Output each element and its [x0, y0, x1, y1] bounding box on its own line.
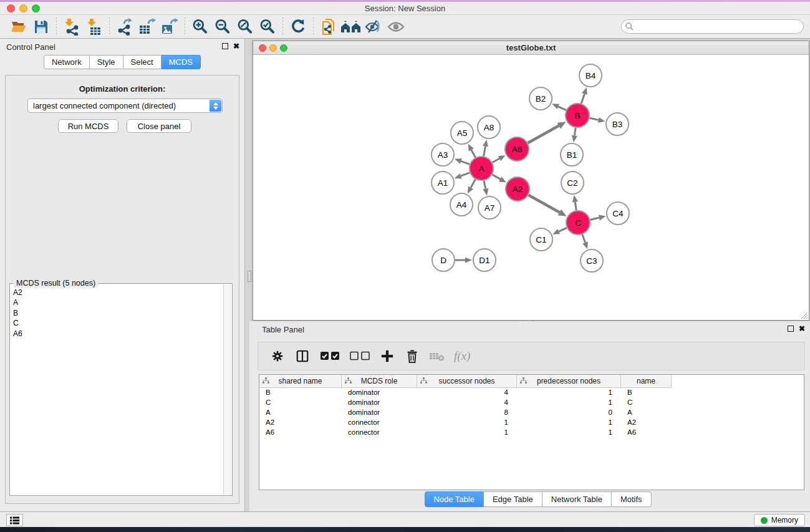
graph-node-A4[interactable]: A4	[450, 193, 473, 216]
table-cell[interactable]: A6	[621, 428, 672, 438]
table-cell[interactable]: 1	[517, 418, 621, 428]
close-panel-icon[interactable]: ✖	[233, 43, 239, 49]
column-header-name[interactable]: name	[621, 375, 672, 388]
graph-node-C1[interactable]: C1	[530, 228, 552, 251]
memory-button[interactable]: Memory	[754, 514, 805, 526]
new-network-from-selection-button[interactable]	[317, 17, 340, 37]
result-list-item[interactable]: A2	[13, 288, 223, 297]
graph-node-C4[interactable]: C4	[607, 202, 629, 225]
graph-node-C2[interactable]: C2	[561, 172, 584, 194]
deselect-all-button[interactable]	[349, 348, 370, 364]
float-panel-icon[interactable]	[788, 326, 794, 332]
table-cell[interactable]: 1	[517, 398, 621, 408]
result-list-item[interactable]: B	[13, 308, 223, 318]
table-cell[interactable]: A2	[259, 418, 342, 428]
column-header-successor-nodes[interactable]: successor nodes	[417, 375, 517, 388]
graph-node-B1[interactable]: B1	[561, 143, 583, 166]
graph-node-A5[interactable]: A5	[451, 122, 473, 144]
table-cell[interactable]: A	[621, 408, 672, 418]
table-cell[interactable]: 1	[517, 428, 621, 438]
zoom-out-button[interactable]	[211, 17, 234, 37]
zoom-fit-button[interactable]	[234, 17, 256, 37]
first-neighbors-button[interactable]	[340, 17, 362, 37]
graph-edge-A-A3[interactable]	[461, 161, 470, 164]
graph-edge-A-A1[interactable]	[461, 173, 470, 176]
float-panel-icon[interactable]	[222, 43, 228, 49]
import-network-button[interactable]	[60, 17, 83, 37]
graph-node-A2[interactable]: A2	[506, 177, 529, 201]
graph-node-B4[interactable]: B4	[579, 64, 602, 87]
result-list-scrollbar[interactable]	[223, 284, 231, 495]
graph-node-C3[interactable]: C3	[581, 249, 603, 272]
graph-node-D1[interactable]: D1	[473, 249, 496, 271]
graph-node-A7[interactable]: A7	[478, 196, 501, 219]
tab-network-table[interactable]: Network Table	[542, 491, 612, 507]
table-cell[interactable]: A	[259, 408, 342, 418]
network-canvas[interactable]: B4B2BB3A8A5A6B1A3AA1C2A2A4A7C4CC1C3DD1	[253, 55, 809, 320]
graph-edge-A-A5[interactable]	[471, 150, 476, 157]
table-cell[interactable]: dominator	[342, 408, 417, 418]
zoom-in-button[interactable]	[189, 17, 211, 37]
tab-edge-table[interactable]: Edge Table	[484, 491, 542, 507]
table-cell[interactable]: A2	[621, 418, 672, 428]
graph-edge-B-B1[interactable]	[574, 128, 576, 136]
graph-edge-A-A4[interactable]	[471, 180, 475, 188]
graph-node-B2[interactable]: B2	[529, 87, 552, 110]
panel-splitter-handle[interactable]	[248, 271, 251, 282]
tab-node-table[interactable]: Node Table	[424, 491, 484, 507]
open-session-button[interactable]	[7, 17, 30, 37]
column-header-MCDS-role[interactable]: MCDS role	[342, 375, 417, 388]
graph-edge-A2-C[interactable]	[528, 195, 559, 213]
result-list-item[interactable]: A	[13, 297, 223, 307]
export-table-button[interactable]	[136, 17, 158, 37]
graph-node-A1[interactable]: A1	[432, 172, 454, 194]
graph-node-A8[interactable]: A8	[478, 116, 500, 138]
run-mcds-button[interactable]: Run MCDS	[58, 119, 118, 133]
table-cell[interactable]: 8	[417, 408, 517, 418]
result-list-item[interactable]: A6	[13, 329, 223, 339]
table-cell[interactable]: B	[259, 388, 342, 398]
table-cell[interactable]: 1	[417, 418, 517, 428]
graph-edge-C-C3[interactable]	[582, 235, 586, 243]
show-column-button[interactable]	[294, 348, 311, 364]
select-all-button[interactable]	[319, 348, 340, 364]
show-panels-button[interactable]	[6, 514, 23, 526]
tab-select[interactable]: Select	[123, 55, 162, 69]
table-cell[interactable]: dominator	[342, 398, 417, 408]
column-header-shared-name[interactable]: shared name	[259, 375, 342, 388]
table-cell[interactable]: dominator	[342, 388, 417, 398]
table-cell[interactable]: connector	[342, 428, 417, 438]
graph-edge-C-C1[interactable]	[559, 228, 567, 231]
resize-grip-icon[interactable]	[800, 311, 808, 319]
tab-motifs[interactable]: Motifs	[612, 491, 652, 507]
graph-node-A[interactable]: A	[470, 157, 493, 180]
column-header-predecessor-nodes[interactable]: predecessor nodes	[517, 375, 621, 388]
search-input[interactable]	[621, 19, 804, 34]
graph-node-C[interactable]: C	[566, 211, 590, 235]
graph-node-D[interactable]: D	[432, 249, 455, 271]
graph-node-A6[interactable]: A6	[505, 137, 529, 161]
delete-column-button[interactable]	[404, 348, 420, 364]
tab-style[interactable]: Style	[90, 55, 123, 69]
optimization-criterion-select[interactable]: largest connected component (directed)	[27, 99, 223, 113]
graph-edge-A-A2[interactable]	[492, 175, 500, 179]
zoom-selected-button[interactable]	[256, 17, 279, 37]
graph-edge-A6-B[interactable]	[528, 126, 559, 143]
apply-layout-button[interactable]	[287, 17, 309, 37]
graph-node-B3[interactable]: B3	[606, 113, 629, 135]
export-network-button[interactable]	[113, 17, 136, 37]
graph-edge-B-B2[interactable]	[558, 107, 566, 110]
graph-edge-A-A7[interactable]	[484, 181, 486, 189]
import-table-button[interactable]	[83, 17, 105, 37]
graph-edge-A-A8[interactable]	[484, 146, 486, 156]
graph-node-A3[interactable]: A3	[432, 143, 454, 166]
table-cell[interactable]: 1	[417, 428, 517, 438]
save-session-button[interactable]	[30, 17, 52, 37]
table-options-button[interactable]	[269, 348, 286, 364]
result-list-item[interactable]: C	[13, 318, 223, 328]
table-cell[interactable]: 4	[417, 388, 517, 398]
tab-network[interactable]: Network	[44, 55, 90, 69]
graph-edge-C-C2[interactable]	[575, 202, 576, 210]
hide-selected-button[interactable]	[362, 17, 385, 37]
graph-edge-B-B3[interactable]	[590, 118, 599, 120]
